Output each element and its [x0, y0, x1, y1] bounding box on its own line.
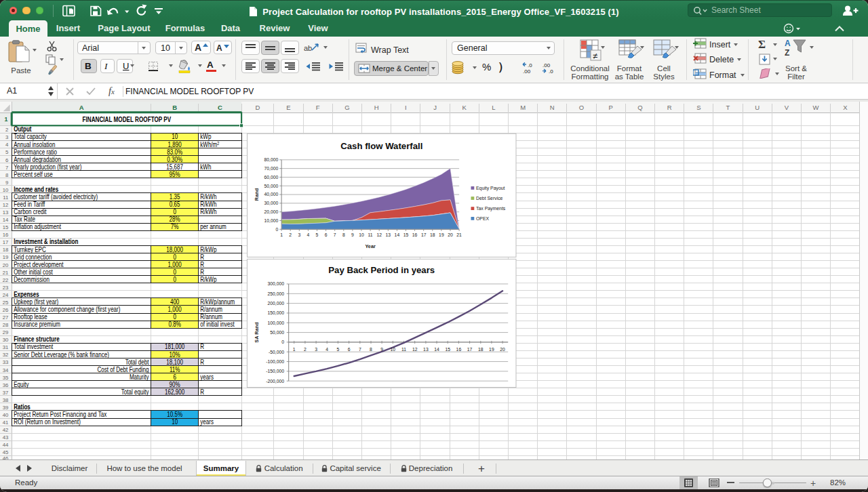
svg-text:Percent self use: Percent self use	[14, 171, 53, 178]
svg-text:19: 19	[3, 254, 9, 260]
svg-text:Expenses: Expenses	[14, 291, 39, 298]
svg-text:Inflation adjustment: Inflation adjustment	[14, 223, 61, 230]
svg-text:years: years	[200, 418, 214, 426]
svg-text:0: 0	[173, 208, 176, 216]
svg-text:17: 17	[467, 347, 473, 352]
svg-text:30,000: 30,000	[264, 201, 279, 205]
svg-text:Investment & installation: Investment & installation	[14, 239, 78, 246]
svg-text:P: P	[609, 104, 613, 111]
svg-text:50,000: 50,000	[264, 184, 279, 188]
svg-text:kWp: kWp	[200, 134, 211, 141]
svg-text:18: 18	[3, 247, 9, 253]
svg-text:150,000: 150,000	[267, 310, 284, 315]
svg-text:U: U	[755, 104, 760, 111]
svg-text:K: K	[462, 104, 467, 111]
svg-text:10: 10	[3, 187, 9, 193]
svg-text:Total investment: Total investment	[14, 344, 53, 351]
svg-text:D: D	[256, 104, 260, 111]
svg-text:29: 29	[3, 329, 9, 335]
svg-text:1: 1	[280, 232, 283, 237]
svg-text:18: 18	[478, 347, 484, 352]
svg-text:21: 21	[3, 270, 9, 276]
svg-text:1,000: 1,000	[168, 261, 182, 268]
svg-text:20,000: 20,000	[264, 209, 279, 214]
svg-text:95%: 95%	[170, 171, 180, 178]
svg-text:Pay Back Period in years: Pay Back Period in years	[328, 265, 435, 275]
svg-text:OPEX: OPEX	[476, 216, 490, 221]
svg-text:R: R	[200, 358, 204, 366]
svg-text:10: 10	[172, 134, 178, 141]
svg-text:9: 9	[351, 232, 354, 237]
svg-text:36: 36	[3, 382, 9, 388]
svg-text:16: 16	[412, 232, 418, 237]
svg-text:10: 10	[359, 232, 364, 237]
svg-text:18,100: 18,100	[166, 358, 183, 366]
svg-text:1.35: 1.35	[170, 193, 180, 201]
svg-text:10: 10	[172, 418, 178, 426]
svg-text:42: 42	[3, 427, 9, 433]
svg-text:13: 13	[423, 347, 429, 352]
svg-text:3: 3	[298, 232, 300, 237]
svg-text:33: 33	[3, 359, 9, 365]
svg-text:7%: 7%	[171, 223, 179, 230]
svg-text:R/kWh: R/kWh	[200, 208, 216, 216]
svg-text:24: 24	[3, 292, 9, 298]
svg-text:14: 14	[434, 347, 439, 352]
svg-text:16: 16	[456, 347, 462, 352]
svg-text:4: 4	[5, 142, 9, 148]
svg-text:162,900: 162,900	[165, 388, 184, 396]
svg-text:25: 25	[3, 300, 9, 306]
svg-text:R/kWp: R/kWp	[200, 276, 216, 283]
svg-text:34: 34	[3, 367, 9, 373]
svg-text:10.5%: 10.5%	[167, 411, 182, 418]
svg-text:Rand: Rand	[254, 188, 260, 201]
svg-text:0: 0	[276, 227, 279, 232]
svg-text:R/kWh: R/kWh	[200, 193, 216, 201]
svg-text:R: R	[200, 253, 204, 261]
svg-text:R/annum: R/annum	[200, 306, 222, 313]
svg-text:R/kWp: R/kWp	[200, 246, 216, 253]
svg-text:20: 20	[500, 347, 505, 352]
svg-text:8: 8	[5, 172, 8, 178]
svg-text:10%: 10%	[170, 351, 180, 358]
svg-text:R: R	[200, 388, 204, 396]
svg-text:I: I	[405, 104, 407, 111]
svg-text:41: 41	[3, 419, 9, 426]
svg-text:Project development: Project development	[14, 261, 64, 268]
svg-text:20: 20	[3, 262, 9, 268]
svg-text:83.0%: 83.0%	[167, 148, 182, 156]
svg-text:0: 0	[173, 313, 176, 321]
svg-text:43: 43	[3, 434, 9, 440]
svg-text:Annual degradation: Annual degradation	[14, 156, 61, 163]
svg-text:18,000: 18,000	[166, 246, 183, 253]
svg-text:Annual insolation: Annual insolation	[14, 141, 55, 148]
svg-text:Tax Rate: Tax Rate	[14, 216, 35, 223]
svg-text:Performance ratio: Performance ratio	[14, 148, 57, 156]
svg-text:B: B	[172, 104, 177, 111]
svg-text:0: 0	[281, 340, 284, 344]
svg-text:21: 21	[456, 232, 462, 237]
svg-text:19: 19	[489, 347, 494, 352]
svg-text:C: C	[218, 104, 222, 111]
svg-text:F: F	[316, 104, 320, 111]
svg-text:-150,000: -150,000	[266, 369, 284, 373]
svg-text:4: 4	[307, 232, 310, 237]
svg-text:28: 28	[3, 322, 9, 328]
svg-text:Customer tariff (avoided elect: Customer tariff (avoided electricity)	[14, 193, 98, 201]
svg-text:per annum: per annum	[200, 223, 226, 230]
svg-text:15: 15	[3, 224, 9, 230]
svg-text:9: 9	[5, 180, 8, 186]
svg-text:N: N	[550, 104, 555, 111]
svg-text:17: 17	[421, 232, 427, 237]
svg-text:11: 11	[401, 347, 406, 352]
svg-text:Output: Output	[14, 126, 31, 134]
svg-text:200,000: 200,000	[267, 301, 284, 306]
svg-text:2: 2	[304, 347, 307, 352]
svg-text:Equity Payout: Equity Payout	[476, 186, 505, 191]
svg-text:W: W	[813, 104, 819, 111]
svg-text:80,000: 80,000	[264, 157, 279, 162]
svg-text:Upkeep (first year): Upkeep (first year)	[14, 298, 58, 306]
svg-text:19: 19	[439, 232, 444, 237]
svg-text:27: 27	[3, 314, 9, 321]
svg-text:15,687: 15,687	[166, 163, 183, 171]
